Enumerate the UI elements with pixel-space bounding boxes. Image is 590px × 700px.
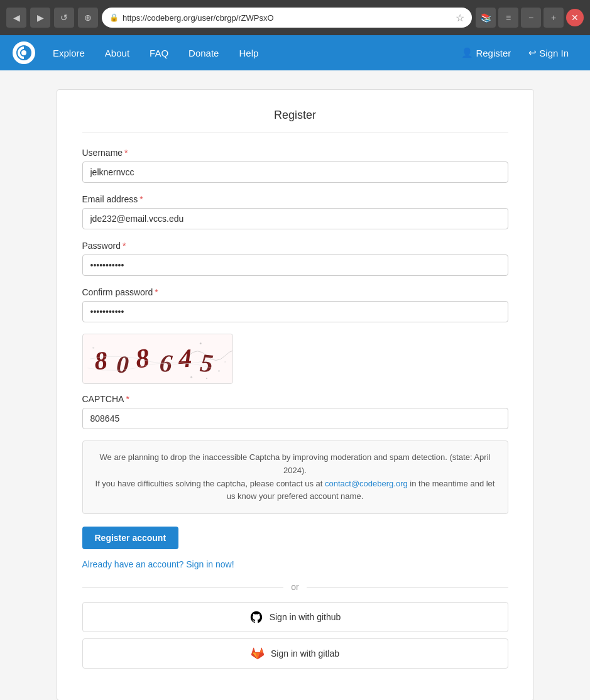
github-oauth-button[interactable]: Sign in with github	[82, 602, 508, 632]
svg-point-6	[190, 376, 192, 378]
address-bar-container: 🔒 ☆	[102, 8, 472, 28]
library-button[interactable]: 📚	[476, 8, 496, 28]
gitlab-oauth-button[interactable]: Sign in with gitlab	[82, 638, 508, 669]
username-required: *	[124, 148, 128, 158]
user-icon: 👤	[461, 47, 473, 58]
captcha-required: *	[126, 394, 129, 404]
svg-point-7	[224, 361, 226, 363]
logo-svg	[16, 45, 32, 61]
nav-register-label: Register	[476, 48, 511, 58]
info-text-2: If you have difficulties solving the cap…	[96, 478, 495, 504]
nav-register-button[interactable]: 👤 Register	[452, 35, 520, 70]
register-container: Register Username* Email address* Passwo…	[57, 89, 534, 700]
svg-point-4	[199, 342, 201, 344]
username-input[interactable]	[82, 161, 508, 183]
password-input[interactable]	[82, 254, 508, 276]
email-required: *	[139, 194, 143, 204]
minimize-button[interactable]: −	[521, 8, 541, 28]
captcha-group: CAPTCHA*	[82, 394, 508, 429]
lock-icon: 🔒	[109, 13, 119, 22]
browser-chrome: ◀ ▶ ↺ ⊕ 🔒 ☆ 📚 ≡ − + ✕	[0, 0, 590, 35]
confirm-password-group: Confirm password*	[82, 287, 508, 322]
already-account-link[interactable]: Already have an account? Sign in now!	[82, 559, 508, 569]
gitlab-icon	[251, 647, 265, 660]
nav-signin-label: Sign In	[539, 48, 569, 58]
signin-arrow-icon: ↩	[528, 47, 537, 58]
logo-circle	[13, 41, 35, 64]
nav-faq[interactable]: FAQ	[139, 35, 178, 70]
codeberg-logo[interactable]	[13, 41, 35, 64]
menu-button[interactable]: ≡	[498, 8, 518, 28]
captcha-input[interactable]	[82, 408, 508, 429]
confirm-required: *	[155, 287, 158, 297]
forward-button[interactable]: ▶	[30, 8, 50, 28]
confirm-password-input[interactable]	[82, 301, 508, 322]
svg-text:8: 8	[93, 346, 109, 376]
captcha-label: CAPTCHA*	[82, 394, 508, 404]
info-box: We are planning to drop the inaccessible…	[82, 440, 508, 514]
github-icon	[249, 610, 263, 624]
email-input[interactable]	[82, 208, 508, 229]
register-title: Register	[82, 109, 508, 133]
password-group: Password*	[82, 241, 508, 276]
email-label: Email address*	[82, 194, 508, 204]
svg-point-8	[206, 378, 207, 379]
nav-signin-button[interactable]: ↩ Sign In	[520, 35, 577, 70]
email-group: Email address*	[82, 194, 508, 229]
reload-button[interactable]: ↺	[54, 8, 74, 28]
or-divider: or	[82, 582, 508, 592]
svg-text:4: 4	[177, 344, 192, 373]
captcha-image: 8 0 8 6 4 5	[82, 334, 233, 384]
nav-donate[interactable]: Donate	[178, 35, 229, 70]
username-group: Username*	[82, 148, 508, 183]
close-button[interactable]: ✕	[566, 9, 584, 26]
nav-about[interactable]: About	[95, 35, 139, 70]
register-account-button[interactable]: Register account	[82, 527, 179, 549]
address-bar[interactable]	[123, 13, 452, 23]
username-label: Username*	[82, 148, 508, 158]
github-btn-label: Sign in with github	[270, 612, 341, 622]
bookmark-button[interactable]: ☆	[456, 12, 464, 24]
nav-help[interactable]: Help	[229, 35, 268, 70]
svg-text:0: 0	[116, 350, 129, 378]
captcha-svg: 8 0 8 6 4 5	[83, 334, 232, 383]
main-nav: Explore About FAQ Donate Help 👤 Register…	[0, 35, 590, 70]
password-label: Password*	[82, 241, 508, 251]
or-line-left	[82, 587, 284, 588]
or-label: or	[291, 582, 298, 592]
back-button[interactable]: ◀	[6, 8, 26, 28]
maximize-button[interactable]: +	[544, 8, 564, 28]
info-text-1: We are planning to drop the inaccessible…	[96, 451, 495, 478]
or-line-right	[307, 587, 508, 588]
register-btn-container: Register account	[82, 527, 508, 559]
contact-link[interactable]: contact@codeberg.org	[325, 479, 408, 488]
svg-point-5	[218, 370, 220, 372]
page-content: Register Username* Email address* Passwo…	[0, 70, 590, 700]
password-required: *	[123, 241, 126, 251]
browser-controls: 📚 ≡ − + ✕	[476, 8, 584, 28]
nav-explore[interactable]: Explore	[43, 35, 95, 70]
confirm-password-label: Confirm password*	[82, 287, 508, 297]
gitlab-btn-label: Sign in with gitlab	[271, 648, 339, 659]
new-tab-button[interactable]: ⊕	[78, 8, 98, 28]
svg-point-1	[21, 50, 26, 55]
